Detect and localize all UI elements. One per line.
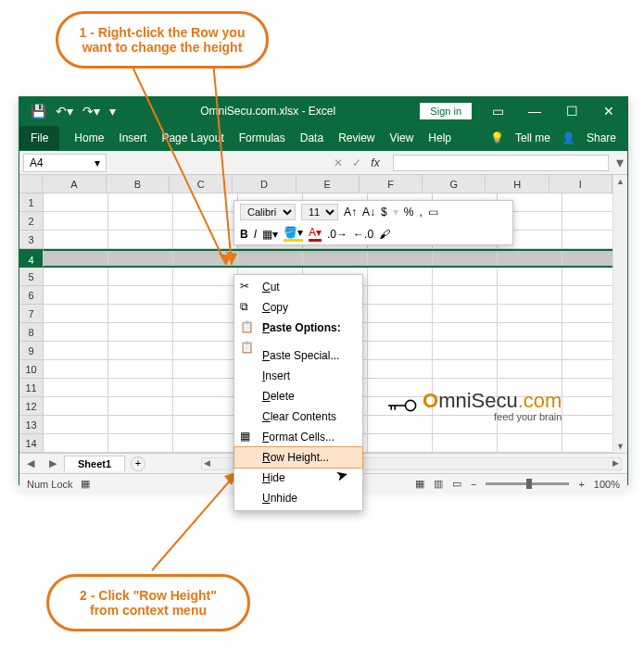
column-header[interactable]: E — [297, 175, 360, 194]
cell[interactable] — [44, 342, 108, 359]
cell[interactable] — [44, 286, 108, 304]
cell[interactable] — [498, 286, 562, 304]
currency-icon[interactable]: $ — [381, 206, 387, 219]
close-icon[interactable]: ✕ — [590, 97, 627, 125]
cell[interactable] — [173, 305, 238, 322]
row-header[interactable]: 5 — [19, 268, 44, 286]
column-header[interactable]: I — [549, 175, 612, 194]
cell[interactable] — [498, 305, 562, 322]
cell[interactable] — [433, 251, 498, 266]
menu-item-insert[interactable]: Insert — [234, 366, 362, 386]
enter-icon[interactable]: ✓ — [352, 156, 361, 169]
table-row[interactable] — [44, 249, 627, 268]
cell[interactable] — [238, 251, 303, 266]
cell[interactable] — [498, 268, 562, 285]
zoom-in-icon[interactable]: + — [578, 479, 584, 490]
column-header[interactable]: C — [170, 175, 233, 194]
row-header[interactable]: 13 — [19, 416, 44, 434]
cell[interactable] — [498, 323, 562, 341]
cell[interactable] — [433, 360, 498, 378]
format-painter-icon[interactable]: 🖌 — [379, 228, 390, 241]
row-header[interactable]: 7 — [19, 305, 44, 323]
cell[interactable] — [44, 212, 108, 230]
name-box[interactable]: A4 ▾ — [23, 154, 107, 172]
menu-item-copy[interactable]: ⧉Copy — [234, 297, 362, 318]
cell[interactable] — [498, 434, 562, 452]
view-page-icon[interactable]: ▥ — [434, 478, 443, 490]
cell[interactable] — [44, 231, 108, 248]
cell[interactable] — [433, 268, 498, 285]
decrease-font-icon[interactable]: A↓ — [362, 206, 375, 219]
share-text[interactable]: Share — [587, 131, 616, 144]
tellme-text[interactable]: Tell me — [515, 131, 550, 144]
cell[interactable] — [44, 434, 108, 452]
cell[interactable] — [368, 305, 433, 322]
row-header[interactable]: 6 — [19, 286, 44, 305]
cell[interactable] — [173, 342, 238, 359]
increase-decimal-icon[interactable]: ←.0 — [353, 228, 373, 241]
cell[interactable] — [108, 434, 173, 452]
percent-icon[interactable]: % — [404, 206, 414, 219]
borders-icon[interactable]: ▭ — [428, 206, 438, 219]
increase-font-icon[interactable]: A↑ — [344, 206, 357, 219]
row-header[interactable]: 12 — [19, 397, 44, 416]
tab-review[interactable]: Review — [338, 131, 374, 144]
cell[interactable] — [44, 416, 108, 433]
cell[interactable] — [108, 212, 173, 230]
cell[interactable] — [108, 342, 173, 359]
cell[interactable] — [44, 397, 108, 415]
maximize-icon[interactable]: ☐ — [553, 97, 590, 125]
cell[interactable] — [108, 323, 173, 341]
cell[interactable] — [173, 212, 238, 230]
cell[interactable] — [44, 305, 108, 322]
cell[interactable] — [44, 194, 108, 211]
cell[interactable] — [433, 342, 498, 359]
cancel-icon[interactable]: ✕ — [334, 156, 343, 169]
tab-view[interactable]: View — [390, 131, 414, 144]
tab-data[interactable]: Data — [300, 131, 323, 144]
cell[interactable] — [368, 434, 433, 452]
share-icon[interactable]: 👤 — [562, 131, 575, 144]
cell[interactable] — [173, 416, 238, 433]
qat-more-icon[interactable]: ▾ — [109, 104, 116, 119]
add-sheet-button[interactable]: + — [131, 456, 145, 471]
column-header[interactable]: D — [233, 175, 296, 194]
cell[interactable] — [44, 360, 108, 378]
cell[interactable] — [498, 360, 562, 378]
cell[interactable] — [433, 286, 498, 304]
save-icon[interactable]: 💾 — [31, 104, 46, 119]
cell[interactable] — [368, 342, 433, 359]
tab-home[interactable]: Home — [74, 131, 104, 144]
cell[interactable] — [433, 434, 498, 452]
cell[interactable] — [108, 268, 173, 285]
cell[interactable] — [368, 286, 433, 304]
vertical-scrollbar[interactable] — [612, 175, 627, 453]
column-header[interactable]: H — [486, 175, 549, 194]
decrease-decimal-icon[interactable]: .0→ — [327, 228, 347, 241]
column-header[interactable]: A — [43, 175, 106, 194]
row-header[interactable]: 1 — [19, 194, 44, 212]
cell[interactable] — [173, 379, 238, 396]
view-break-icon[interactable]: ▭ — [452, 478, 461, 490]
menu-item-cut[interactable]: ✂Cut — [234, 277, 362, 297]
minimize-icon[interactable]: — — [516, 97, 553, 125]
zoom-out-icon[interactable]: − — [471, 479, 476, 490]
cell[interactable] — [368, 251, 433, 266]
menu-item-delete[interactable]: Delete — [234, 386, 362, 406]
fill-color-icon[interactable]: 🪣▾ — [284, 226, 303, 242]
paste-option-default[interactable]: 📋 — [234, 338, 362, 345]
row-header[interactable]: 14 — [19, 434, 44, 453]
cell[interactable] — [173, 194, 238, 211]
cell[interactable] — [303, 251, 368, 266]
row-header[interactable]: 8 — [19, 323, 44, 342]
cell[interactable] — [173, 231, 238, 248]
formula-input[interactable] — [393, 155, 609, 171]
cell[interactable] — [108, 397, 173, 415]
cell[interactable] — [108, 416, 173, 433]
redo-icon[interactable]: ↷▾ — [82, 104, 100, 119]
border-icon[interactable]: ▦▾ — [262, 228, 278, 241]
cell[interactable] — [368, 268, 433, 285]
cell[interactable] — [108, 231, 173, 248]
bold-icon[interactable]: B — [240, 228, 248, 241]
cell[interactable] — [173, 251, 238, 266]
